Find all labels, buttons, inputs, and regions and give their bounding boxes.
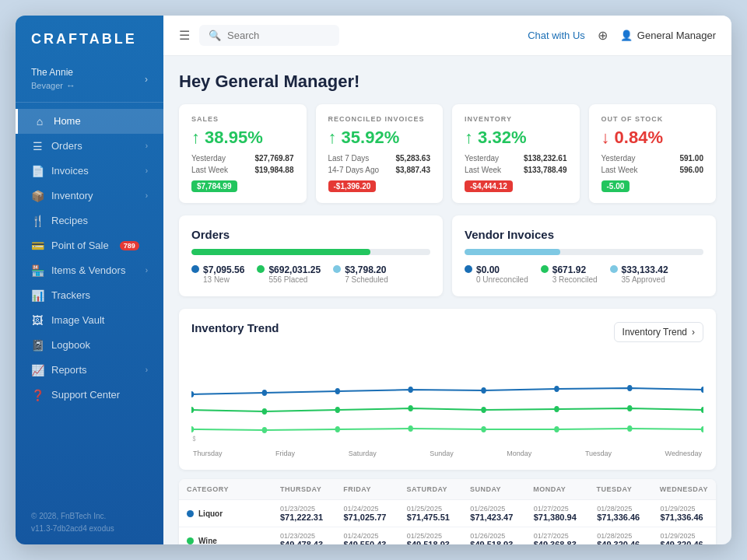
chat-with-us-link[interactable]: Chat with Us xyxy=(528,30,585,41)
inventory-table: CATEGORYTHURSDAYFRIDAYSATURDAYSUNDAYMOND… xyxy=(179,479,716,544)
table-header: CATEGORYTHURSDAYFRIDAYSATURDAYSUNDAYMOND… xyxy=(179,479,716,500)
table-cell-category-1: Wine xyxy=(179,527,272,544)
user-menu[interactable]: 👤 General Manager xyxy=(620,30,716,41)
page-greeting: Hey General Manager! xyxy=(179,72,716,92)
kpi-badge-3: -5.00 xyxy=(601,180,630,192)
table-body: Liquor 01/23/2025 $71,222.31 01/24/2025 … xyxy=(179,500,716,544)
orders-legend-item-2: $3,798.20 7 Scheduled xyxy=(333,264,388,284)
kpi-row-data: Last Week 596.00 xyxy=(601,166,704,174)
kpi-row-data: Yesterday $27,769.87 xyxy=(191,154,294,163)
kpi-card-3: OUT OF STOCK ↓ 0.84% Yesterday 591.00 La… xyxy=(589,104,717,203)
charts-row: Orders $7,095.56 13 New $692,031.25 556 … xyxy=(179,215,716,296)
sidebar-item-orders[interactable]: ☰ Orders › xyxy=(16,134,163,159)
sidebar-item-items[interactable]: 🏪 Items & Vendors › xyxy=(16,258,163,283)
sidebar-item-trackers[interactable]: 📊 Trackers xyxy=(16,283,163,308)
table-cell-1-0: 01/23/2025 $49,478.43 xyxy=(272,527,335,544)
vendor-legend: $0.00 0 Unreconciled $671.92 3 Reconcile… xyxy=(465,264,703,284)
x-label-1: Friday xyxy=(275,450,295,457)
vendor-legend-dot-0 xyxy=(465,265,472,273)
user-label: General Manager xyxy=(637,30,716,41)
account-chevron: › xyxy=(145,74,148,85)
x-label-0: Thursday xyxy=(193,450,223,457)
vendor-legend-item-2: $33,133.42 35 Approved xyxy=(610,264,668,284)
x-label-5: Tuesday xyxy=(585,450,612,457)
orders-legend: $7,095.56 13 New $692,031.25 556 Placed … xyxy=(191,264,430,284)
reports-chevron: › xyxy=(146,366,148,374)
pos-badge: 789 xyxy=(120,241,139,250)
table-cell-0-3: 01/26/2025 $71,423.47 xyxy=(462,500,525,527)
sidebar-item-image-vault[interactable]: 🖼 Image Vault xyxy=(16,308,163,333)
sidebar-item-support[interactable]: ❓ Support Center xyxy=(16,383,163,408)
table-header-col-2: FRIDAY xyxy=(335,479,398,499)
orders-chart-card: Orders $7,095.56 13 New $692,031.25 556 … xyxy=(179,215,443,296)
kpi-label-0: SALES xyxy=(191,115,294,123)
table-cell-0-4: 01/27/2025 $71,380.94 xyxy=(526,500,589,527)
notification-icon[interactable]: ⊕ xyxy=(598,28,608,43)
orders-legend-item-1: $692,031.25 556 Placed xyxy=(257,264,321,284)
kpi-value-2: ↑ 3.32% xyxy=(465,128,567,148)
svg-point-2 xyxy=(335,388,340,394)
kpi-row-data: Last Week $133,788.49 xyxy=(465,166,567,174)
svg-text:$: $ xyxy=(193,435,196,443)
vendor-legend-dot-1 xyxy=(541,265,549,273)
footer-copyright: © 2028, FnBTech Inc. xyxy=(31,510,148,523)
content-area: Hey General Manager! SALES ↑ 38.95% Yest… xyxy=(163,56,731,544)
search-box[interactable]: 🔍 xyxy=(199,25,339,46)
trend-dropdown[interactable]: Inventory Trend › xyxy=(614,322,703,342)
inventory-trend-card: Inventory Trend Inventory Trend › xyxy=(179,309,716,470)
sidebar-item-invoices[interactable]: 📄 Invoices › xyxy=(16,159,163,184)
kpi-label-3: OUT OF STOCK xyxy=(601,115,704,123)
table-cell-1-4: 01/27/2025 $49,368.83 xyxy=(526,527,589,544)
account-sub: Bevager ↔ xyxy=(31,79,75,93)
sidebar-label-support: Support Center xyxy=(51,389,120,401)
x-label-3: Sunday xyxy=(430,450,454,457)
inventory-nav-icon: 📦 xyxy=(31,190,44,202)
svg-point-12 xyxy=(481,407,486,413)
vendor-chart-title: Vendor Invoices xyxy=(465,228,703,241)
sidebar-item-inventory[interactable]: 📦 Inventory › xyxy=(16,184,163,208)
sidebar-item-home[interactable]: ⌂ Home xyxy=(16,109,163,134)
table-cell-0-6: 01/29/2025 $71,336.46 xyxy=(653,500,716,527)
kpi-row-data: Yesterday $138,232.61 xyxy=(465,154,567,163)
svg-point-9 xyxy=(262,408,267,415)
kpi-row-data: Last 7 Days $5,283.63 xyxy=(328,154,431,163)
kpi-row: SALES ↑ 38.95% Yesterday $27,769.87 Last… xyxy=(179,104,716,203)
items-nav-icon: 🏪 xyxy=(31,264,44,277)
sidebar-item-logbook[interactable]: 📓 Logbook xyxy=(16,333,163,358)
support-nav-icon: ❓ xyxy=(31,389,44,401)
table-cell-1-5: 01/28/2025 $49,320.46 xyxy=(589,527,652,544)
header: ☰ 🔍 Chat with Us ⊕ 👤 General Manager xyxy=(163,16,731,56)
menu-icon[interactable]: ☰ xyxy=(179,28,190,43)
sidebar-item-recipes[interactable]: 🍴 Recipes xyxy=(16,208,163,233)
svg-point-8 xyxy=(191,407,194,413)
recipes-nav-icon: 🍴 xyxy=(31,215,44,227)
orders-legend-dot-0 xyxy=(191,265,199,273)
orders-legend-item-0: $7,095.56 13 New xyxy=(191,264,244,284)
sidebar-nav: ⌂ Home ☰ Orders › 📄 Invoices › 📦 Invento… xyxy=(16,103,163,501)
vendor-progress-bar xyxy=(465,249,703,255)
kpi-value-3: ↓ 0.84% xyxy=(601,128,704,148)
kpi-row-data: 14-7 Days Ago $3,887.43 xyxy=(328,166,431,174)
header-right: Chat with Us ⊕ 👤 General Manager xyxy=(528,28,716,43)
reports-nav-icon: 📈 xyxy=(31,364,44,376)
vendor-legend-item-0: $0.00 0 Unreconciled xyxy=(465,264,528,284)
orders-chart-title: Orders xyxy=(191,228,430,241)
svg-point-0 xyxy=(191,391,194,397)
table-row-0: Liquor 01/23/2025 $71,222.31 01/24/2025 … xyxy=(179,500,716,527)
table-header-col-6: TUESDAY xyxy=(589,479,652,499)
svg-point-19 xyxy=(408,425,412,432)
table-header-col-0: CATEGORY xyxy=(179,479,272,499)
table-row-1: Wine 01/23/2025 $49,478.43 01/24/2025 $4… xyxy=(179,527,716,544)
sidebar-label-image-vault: Image Vault xyxy=(51,314,104,326)
sidebar-item-pos[interactable]: 💳 Point of Sale 789 xyxy=(16,233,163,258)
kpi-card-0: SALES ↑ 38.95% Yesterday $27,769.87 Last… xyxy=(179,104,307,203)
trackers-nav-icon: 📊 xyxy=(31,289,44,302)
table-cell-0-5: 01/28/2025 $71,336.46 xyxy=(589,500,652,527)
x-axis-labels: ThursdayFridaySaturdaySundayMondayTuesda… xyxy=(191,450,703,457)
sidebar-item-reports[interactable]: 📈 Reports › xyxy=(16,358,163,383)
account-selector[interactable]: The Annie Bevager ↔ › xyxy=(16,60,163,103)
table-cell-category-0: Liquor xyxy=(179,500,272,527)
search-input[interactable] xyxy=(227,30,321,41)
inventory-chevron: › xyxy=(146,191,148,200)
kpi-value-1: ↑ 35.92% xyxy=(328,128,431,148)
